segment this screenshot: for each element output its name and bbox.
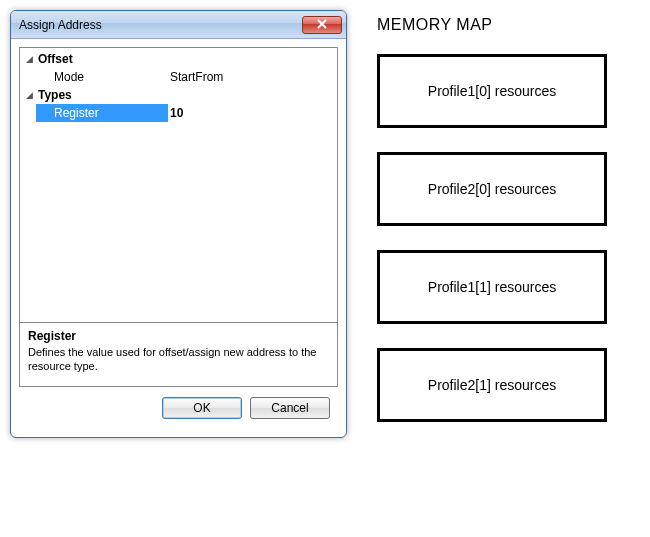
property-section-offset[interactable]: ◢ Offset — [22, 50, 335, 68]
memory-block: Profile2[1] resources — [377, 348, 607, 422]
dialog-button-row: OK Cancel — [19, 387, 338, 429]
collapse-icon[interactable]: ◢ — [22, 50, 36, 68]
memory-map-title: MEMORY MAP — [377, 16, 607, 34]
assign-address-dialog: Assign Address ◢ Offset Mode — [10, 10, 347, 438]
memory-block-label: Profile1[1] resources — [428, 279, 556, 295]
collapse-icon[interactable]: ◢ — [22, 86, 36, 104]
property-row-mode[interactable]: Mode StartFrom — [22, 68, 335, 86]
property-key: Register — [36, 104, 168, 122]
section-label: Offset — [36, 50, 168, 68]
property-key: Mode — [36, 68, 168, 86]
ok-button[interactable]: OK — [162, 397, 242, 419]
memory-block: Profile1[0] resources — [377, 54, 607, 128]
property-section-types[interactable]: ◢ Types — [22, 86, 335, 104]
section-label: Types — [36, 86, 168, 104]
property-value[interactable]: 10 — [168, 104, 335, 122]
titlebar[interactable]: Assign Address — [11, 11, 346, 39]
dialog-body: ◢ Offset Mode StartFrom ◢ Types — [11, 39, 346, 437]
description-name: Register — [28, 329, 329, 343]
property-description-panel: Register Defines the value used for offs… — [20, 322, 337, 386]
close-button[interactable] — [302, 16, 342, 34]
memory-block-label: Profile1[0] resources — [428, 83, 556, 99]
memory-block: Profile1[1] resources — [377, 250, 607, 324]
property-row-register[interactable]: Register 10 — [22, 104, 335, 122]
close-icon — [317, 18, 327, 32]
description-text: Defines the value used for offset/assign… — [28, 345, 329, 374]
property-grid-rows: ◢ Offset Mode StartFrom ◢ Types — [20, 48, 337, 322]
dialog-title: Assign Address — [19, 18, 302, 32]
memory-map-column: MEMORY MAP Profile1[0] resources Profile… — [377, 10, 607, 422]
memory-block-label: Profile2[1] resources — [428, 377, 556, 393]
property-grid[interactable]: ◢ Offset Mode StartFrom ◢ Types — [19, 47, 338, 387]
memory-block-label: Profile2[0] resources — [428, 181, 556, 197]
property-value[interactable]: StartFrom — [168, 68, 335, 86]
cancel-button[interactable]: Cancel — [250, 397, 330, 419]
memory-block: Profile2[0] resources — [377, 152, 607, 226]
